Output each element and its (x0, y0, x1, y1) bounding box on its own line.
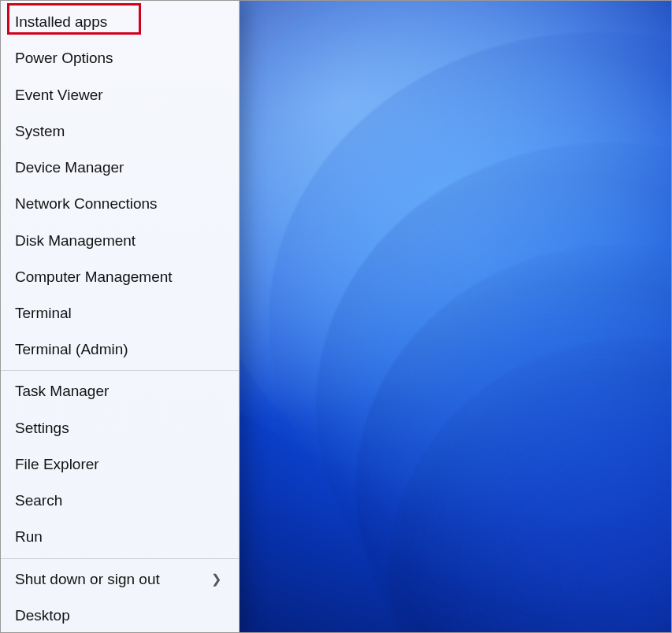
menu-item-label: Run (15, 528, 43, 546)
menu-item-run[interactable]: Run (1, 519, 239, 555)
menu-item-label: Terminal (Admin) (15, 341, 128, 358)
menu-item-installed-apps[interactable]: Installed apps (1, 4, 239, 40)
menu-separator (1, 370, 239, 371)
menu-item-task-manager[interactable]: Task Manager (1, 373, 239, 409)
menu-item-terminal[interactable]: Terminal (1, 295, 239, 331)
menu-item-label: Desktop (15, 607, 70, 624)
menu-separator (1, 558, 239, 559)
menu-item-shut-down-or-sign-out[interactable]: Shut down or sign out ❯ (1, 561, 239, 597)
menu-item-label: Shut down or sign out (15, 571, 160, 588)
menu-item-event-viewer[interactable]: Event Viewer (1, 76, 239, 113)
menu-item-label: Power Options (15, 50, 113, 67)
menu-item-desktop[interactable]: Desktop (1, 598, 239, 633)
menu-item-label: Installed apps (15, 13, 107, 31)
menu-item-label: File Explorer (15, 456, 99, 473)
menu-item-label: Terminal (15, 305, 72, 322)
menu-item-power-options[interactable]: Power Options (1, 40, 239, 76)
winx-context-menu: Installed apps Power Options Event Viewe… (1, 1, 239, 633)
menu-item-device-manager[interactable]: Device Manager (1, 150, 239, 186)
menu-item-label: Computer Management (15, 268, 173, 286)
menu-item-label: Event Viewer (15, 87, 103, 104)
menu-item-computer-management[interactable]: Computer Management (1, 259, 239, 295)
menu-item-search[interactable]: Search (1, 483, 239, 519)
chevron-right-icon: ❯ (211, 572, 221, 587)
menu-item-network-connections[interactable]: Network Connections (1, 186, 239, 222)
menu-item-terminal-admin[interactable]: Terminal (Admin) (1, 331, 239, 368)
menu-item-label: Disk Management (15, 232, 136, 250)
menu-item-label: Settings (15, 420, 69, 437)
menu-item-label: Network Connections (15, 195, 158, 213)
menu-item-label: System (15, 123, 65, 140)
menu-item-settings[interactable]: Settings (1, 410, 239, 446)
menu-item-disk-management[interactable]: Disk Management (1, 222, 239, 258)
menu-item-label: Search (15, 492, 62, 509)
menu-item-label: Task Manager (15, 383, 109, 400)
menu-item-file-explorer[interactable]: File Explorer (1, 446, 239, 483)
menu-item-label: Device Manager (15, 159, 124, 176)
menu-item-system[interactable]: System (1, 113, 239, 150)
